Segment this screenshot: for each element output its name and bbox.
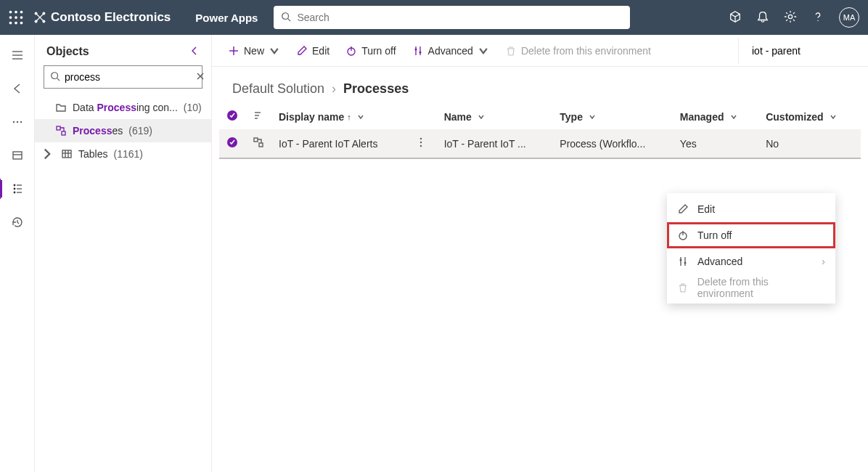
delete-icon — [677, 282, 689, 293]
svg-rect-36 — [62, 131, 65, 135]
grid-search[interactable] — [738, 38, 858, 64]
chevron-down-icon — [269, 45, 280, 57]
breadcrumb-parent[interactable]: Default Solution — [232, 81, 324, 97]
power-icon — [677, 229, 689, 241]
environment-icon[interactable] — [729, 10, 742, 25]
rail-tree-icon[interactable] — [0, 179, 33, 199]
table-icon — [61, 148, 73, 160]
app-name: Power Apps — [195, 12, 258, 24]
select-all-checkbox[interactable] — [226, 112, 238, 123]
svg-point-8 — [20, 22, 23, 25]
svg-rect-59 — [259, 143, 263, 147]
rail-menu-icon[interactable] — [0, 45, 34, 65]
global-search[interactable] — [274, 6, 630, 29]
svg-point-25 — [13, 184, 15, 187]
tree-item-processes[interactable]: Processes (619) — [35, 119, 211, 142]
new-button[interactable]: New — [222, 39, 286, 62]
row-context-menu: Edit Turn off Advanced › Delete from thi… — [667, 193, 835, 304]
objects-search-input[interactable] — [65, 71, 192, 83]
sort-icon[interactable] — [253, 111, 263, 123]
cell-name: IoT - Parent IoT ... — [437, 129, 553, 158]
chevron-down-icon — [478, 45, 489, 57]
notifications-icon[interactable] — [756, 10, 769, 25]
edit-icon — [677, 203, 689, 215]
svg-point-47 — [414, 48, 417, 50]
svg-point-4 — [15, 16, 17, 19]
breadcrumb: Default Solution › Processes — [212, 67, 868, 104]
chevron-right-icon: › — [332, 81, 336, 97]
edit-icon — [296, 45, 308, 57]
svg-point-3 — [9, 16, 12, 19]
power-icon — [345, 45, 357, 57]
chevron-right-icon[interactable] — [42, 148, 52, 160]
col-display-name[interactable]: Display name ↑ — [271, 104, 408, 129]
ctx-advanced[interactable]: Advanced › — [667, 248, 835, 274]
svg-point-60 — [419, 138, 421, 139]
svg-line-32 — [57, 78, 60, 81]
global-search-input[interactable] — [297, 12, 623, 23]
turnoff-button[interactable]: Turn off — [340, 39, 401, 62]
sliders-icon — [677, 256, 689, 267]
waffle-icon[interactable] — [9, 10, 23, 25]
row-more-icon[interactable] — [415, 138, 427, 150]
process-icon — [55, 125, 67, 137]
svg-point-21 — [16, 121, 17, 123]
col-type[interactable]: Type — [552, 104, 673, 129]
svg-point-0 — [9, 11, 12, 14]
svg-point-2 — [20, 11, 23, 14]
help-icon[interactable] — [811, 10, 824, 25]
svg-point-15 — [788, 15, 792, 18]
cell-type: Process (Workflo... — [552, 129, 673, 158]
svg-point-68 — [684, 262, 687, 264]
svg-point-6 — [9, 22, 12, 25]
rail-history-icon[interactable] — [0, 212, 34, 232]
objects-search[interactable] — [44, 65, 202, 89]
command-bar: New Edit Turn off Advanced Delete from t… — [212, 35, 868, 67]
rail-back-icon[interactable] — [0, 78, 34, 99]
svg-point-13 — [282, 12, 289, 19]
col-managed[interactable]: Managed — [673, 104, 758, 129]
objects-title: Objects — [46, 45, 89, 58]
grid-search-input[interactable] — [752, 45, 868, 57]
edit-button[interactable]: Edit — [290, 39, 335, 62]
plus-icon — [228, 45, 239, 57]
col-name[interactable]: Name — [437, 104, 553, 129]
svg-rect-35 — [57, 126, 60, 130]
svg-point-5 — [20, 16, 23, 19]
svg-point-48 — [419, 51, 421, 53]
svg-rect-37 — [62, 150, 71, 158]
tree-item-data-processing[interactable]: Data Processing con... (10) — [35, 96, 211, 119]
rail-card-icon[interactable] — [0, 145, 34, 166]
ctx-turnoff[interactable]: Turn off — [667, 222, 835, 248]
sliders-icon — [412, 45, 424, 57]
svg-line-14 — [288, 18, 291, 21]
clear-search-icon[interactable] — [196, 71, 205, 83]
tree-item-tables[interactable]: Tables (1161) — [35, 142, 211, 166]
table-row[interactable]: IoT - Parent IoT Alerts IoT - Parent IoT… — [219, 129, 861, 158]
ctx-delete: Delete from this environment — [667, 274, 835, 301]
svg-point-26 — [13, 188, 15, 190]
processes-table: Display name ↑ Name Type Managed Customi… — [219, 104, 861, 159]
row-checkbox[interactable] — [226, 139, 238, 150]
col-customized[interactable]: Customized — [758, 104, 861, 129]
advanced-button[interactable]: Advanced — [406, 39, 495, 62]
main-content: New Edit Turn off Advanced Delete from t… — [212, 35, 868, 472]
cell-customized: No — [758, 129, 861, 158]
rail-more-icon[interactable] — [0, 112, 34, 132]
svg-rect-23 — [13, 152, 22, 159]
delete-icon — [505, 45, 517, 57]
objects-collapse-icon[interactable] — [189, 46, 200, 58]
user-avatar[interactable]: MA — [839, 7, 859, 28]
cell-managed: Yes — [673, 129, 758, 158]
left-rail — [0, 35, 35, 472]
chevron-right-icon: › — [822, 256, 825, 267]
objects-tree: Data Processing con... (10) Processes (6… — [35, 96, 211, 166]
svg-point-22 — [20, 121, 21, 123]
cell-display-name[interactable]: IoT - Parent IoT Alerts — [271, 129, 408, 158]
breadcrumb-current: Processes — [343, 81, 409, 97]
settings-icon[interactable] — [784, 10, 797, 25]
search-icon — [50, 71, 60, 84]
org-logo: Contoso Electronics — [33, 10, 171, 25]
ctx-edit[interactable]: Edit — [667, 196, 835, 222]
svg-point-16 — [817, 20, 818, 20]
